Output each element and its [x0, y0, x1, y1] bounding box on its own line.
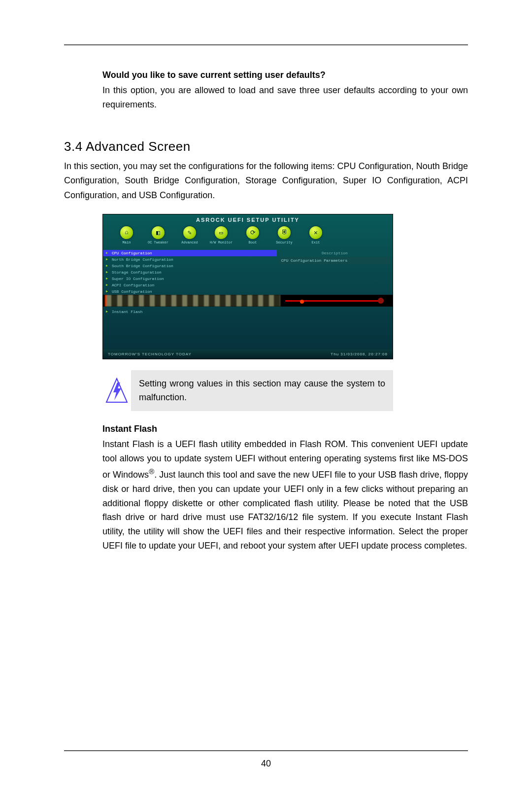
bios-tab-exit[interactable]: ✕ Exit [300, 226, 332, 244]
monitor-icon: ▭ [215, 226, 228, 239]
bios-tab-security[interactable]: ⛨ Security [268, 226, 300, 244]
bios-menu-item[interactable]: ACPI Configuration [103, 282, 277, 288]
save-defaults-body: In this option, you are allowed to load … [102, 83, 468, 112]
tweaker-icon: ◧ [152, 226, 165, 239]
bios-menu-item[interactable]: Super IO Configuration [103, 276, 277, 282]
bios-menu-item[interactable]: USB Configuration [103, 288, 277, 295]
top-horizontal-rule [64, 44, 468, 45]
instant-flash-body: Instant Flash is a UEFI flash utility em… [102, 437, 468, 553]
bios-menu-list: CPU Configuration North Bridge Configura… [103, 248, 277, 295]
bios-tab-boot[interactable]: ⟳ Boot [237, 226, 268, 244]
exit-icon: ✕ [309, 226, 322, 239]
home-icon: ⌂ [120, 226, 133, 239]
bios-tab-advanced[interactable]: ✎ Advanced [174, 226, 205, 244]
bottom-horizontal-rule [64, 750, 468, 751]
bios-tab-label: Exit [300, 241, 332, 244]
warning-text: Setting wrong values in this section may… [131, 370, 393, 412]
section-title: 3.4 Advanced Screen [64, 139, 468, 154]
boot-icon: ⟳ [246, 226, 259, 239]
page-number: 40 [64, 759, 468, 769]
bios-menu-item-instantflash[interactable]: Instant Flash [103, 309, 393, 315]
bios-screenshot: ASROCK UEFI SETUP UTILITY ⌂ Main ◧ OC Tw… [102, 214, 393, 359]
bios-footer-left: TOMORROW'S TECHNOLOGY TODAY [108, 352, 192, 356]
bios-tab-label: Advanced [174, 241, 205, 244]
bios-menu-item[interactable]: South Bridge Configuration [103, 263, 277, 269]
bios-tab-label: H/W Monitor [205, 241, 237, 244]
advanced-icon: ✎ [183, 226, 196, 239]
bios-tab-octweaker[interactable]: ◧ OC Tweaker [142, 226, 174, 244]
save-defaults-block: Would you like to save current setting u… [64, 70, 468, 112]
advanced-intro: In this section, you may set the configu… [64, 159, 468, 203]
bios-tab-label: Main [111, 241, 142, 244]
bios-desc-header: Description [279, 250, 390, 257]
instant-flash-block: Instant Flash Instant Flash is a UEFI fl… [64, 424, 468, 553]
save-defaults-heading: Would you like to save current setting u… [102, 70, 468, 80]
bios-menu-item[interactable]: Storage Configuration [103, 269, 277, 276]
bios-tab-label: Boot [237, 241, 268, 244]
bios-tab-label: Security [268, 241, 300, 244]
bios-tab-main[interactable]: ⌂ Main [111, 226, 142, 244]
bios-footer-right: Thu 31/03/2008, 20:27:08 [331, 352, 388, 356]
bios-menu-item[interactable]: North Bridge Configuration [103, 256, 277, 263]
warning-lightning-icon [102, 370, 131, 412]
bios-artifact-strip [103, 295, 393, 307]
warning-callout: Setting wrong values in this section may… [102, 370, 393, 412]
bios-tab-hwmonitor[interactable]: ▭ H/W Monitor [205, 226, 237, 244]
bios-menu-item[interactable]: CPU Configuration [103, 250, 277, 256]
security-icon: ⛨ [278, 226, 291, 239]
bios-tab-label: OC Tweaker [142, 241, 174, 244]
instant-flash-heading: Instant Flash [102, 424, 468, 434]
bios-desc-text: CPU Configuration Parameters [279, 257, 390, 264]
bios-tab-row: ⌂ Main ◧ OC Tweaker ✎ Advanced ▭ H/W Mon… [103, 226, 393, 247]
bios-title: ASROCK UEFI SETUP UTILITY [103, 214, 393, 226]
